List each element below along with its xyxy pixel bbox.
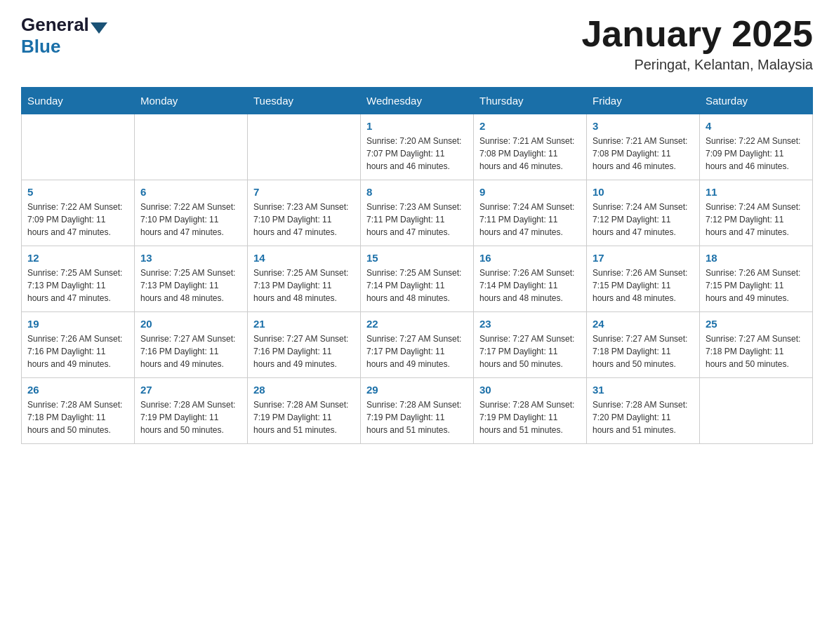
location-title: Peringat, Kelantan, Malaysia xyxy=(581,57,813,73)
calendar-table: Sunday Monday Tuesday Wednesday Thursday… xyxy=(21,87,813,444)
day-number: 25 xyxy=(706,318,807,330)
day-number: 26 xyxy=(27,384,128,396)
day-number: 15 xyxy=(366,252,468,264)
calendar-cell: 25Sunrise: 7:27 AM Sunset: 7:18 PM Dayli… xyxy=(700,312,813,378)
day-number: 7 xyxy=(253,186,355,198)
calendar-cell: 29Sunrise: 7:28 AM Sunset: 7:19 PM Dayli… xyxy=(361,378,474,444)
day-info: Sunrise: 7:25 AM Sunset: 7:13 PM Dayligh… xyxy=(253,267,355,304)
calendar-cell xyxy=(248,114,361,180)
day-number: 12 xyxy=(27,252,128,264)
day-info: Sunrise: 7:25 AM Sunset: 7:13 PM Dayligh… xyxy=(27,267,128,304)
day-info: Sunrise: 7:21 AM Sunset: 7:08 PM Dayligh… xyxy=(593,135,694,173)
calendar-cell: 16Sunrise: 7:26 AM Sunset: 7:14 PM Dayli… xyxy=(474,246,587,312)
calendar-cell: 11Sunrise: 7:24 AM Sunset: 7:12 PM Dayli… xyxy=(700,180,813,246)
calendar-cell: 5Sunrise: 7:22 AM Sunset: 7:09 PM Daylig… xyxy=(22,180,135,246)
day-info: Sunrise: 7:21 AM Sunset: 7:08 PM Dayligh… xyxy=(479,135,581,173)
calendar-cell: 20Sunrise: 7:27 AM Sunset: 7:16 PM Dayli… xyxy=(135,312,248,378)
col-thursday: Thursday xyxy=(474,88,587,114)
calendar-cell: 13Sunrise: 7:25 AM Sunset: 7:13 PM Dayli… xyxy=(135,246,248,312)
calendar-cell: 12Sunrise: 7:25 AM Sunset: 7:13 PM Dayli… xyxy=(22,246,135,312)
calendar-cell: 21Sunrise: 7:27 AM Sunset: 7:16 PM Dayli… xyxy=(248,312,361,378)
day-number: 28 xyxy=(253,384,355,396)
logo: General Blue xyxy=(21,14,109,58)
calendar-cell xyxy=(22,114,135,180)
calendar-cell: 28Sunrise: 7:28 AM Sunset: 7:19 PM Dayli… xyxy=(248,378,361,444)
day-info: Sunrise: 7:24 AM Sunset: 7:12 PM Dayligh… xyxy=(706,201,807,239)
calendar-cell: 3Sunrise: 7:21 AM Sunset: 7:08 PM Daylig… xyxy=(587,114,700,180)
calendar-week-row: 26Sunrise: 7:28 AM Sunset: 7:18 PM Dayli… xyxy=(22,378,813,444)
month-title: January 2025 xyxy=(581,14,813,54)
calendar-cell: 15Sunrise: 7:25 AM Sunset: 7:14 PM Dayli… xyxy=(361,246,474,312)
calendar-cell xyxy=(700,378,813,444)
calendar-week-row: 1Sunrise: 7:20 AM Sunset: 7:07 PM Daylig… xyxy=(22,114,813,180)
day-number: 16 xyxy=(479,252,581,264)
day-number: 29 xyxy=(366,384,468,396)
day-number: 21 xyxy=(253,318,355,330)
col-tuesday: Tuesday xyxy=(248,88,361,114)
day-number: 6 xyxy=(140,186,241,198)
calendar-cell: 18Sunrise: 7:26 AM Sunset: 7:15 PM Dayli… xyxy=(700,246,813,312)
day-number: 24 xyxy=(593,318,694,330)
col-sunday: Sunday xyxy=(22,88,135,114)
day-info: Sunrise: 7:27 AM Sunset: 7:16 PM Dayligh… xyxy=(253,333,355,370)
day-info: Sunrise: 7:22 AM Sunset: 7:09 PM Dayligh… xyxy=(706,135,807,173)
calendar-header-row: Sunday Monday Tuesday Wednesday Thursday… xyxy=(22,88,813,114)
day-info: Sunrise: 7:23 AM Sunset: 7:10 PM Dayligh… xyxy=(253,201,355,239)
day-info: Sunrise: 7:28 AM Sunset: 7:19 PM Dayligh… xyxy=(366,398,468,436)
day-number: 20 xyxy=(140,318,241,330)
day-info: Sunrise: 7:24 AM Sunset: 7:11 PM Dayligh… xyxy=(479,201,581,239)
col-saturday: Saturday xyxy=(700,88,813,114)
day-info: Sunrise: 7:26 AM Sunset: 7:16 PM Dayligh… xyxy=(27,333,128,370)
page-header: General Blue January 2025 Peringat, Kela… xyxy=(21,14,813,73)
logo-blue-text: Blue xyxy=(21,36,60,58)
day-info: Sunrise: 7:23 AM Sunset: 7:11 PM Dayligh… xyxy=(366,201,468,239)
day-number: 30 xyxy=(479,384,581,396)
calendar-cell: 31Sunrise: 7:28 AM Sunset: 7:20 PM Dayli… xyxy=(587,378,700,444)
calendar-cell: 30Sunrise: 7:28 AM Sunset: 7:19 PM Dayli… xyxy=(474,378,587,444)
day-info: Sunrise: 7:22 AM Sunset: 7:09 PM Dayligh… xyxy=(27,201,128,239)
calendar-cell: 26Sunrise: 7:28 AM Sunset: 7:18 PM Dayli… xyxy=(22,378,135,444)
calendar-cell: 9Sunrise: 7:24 AM Sunset: 7:11 PM Daylig… xyxy=(474,180,587,246)
col-monday: Monday xyxy=(135,88,248,114)
day-number: 11 xyxy=(706,186,807,198)
day-info: Sunrise: 7:27 AM Sunset: 7:18 PM Dayligh… xyxy=(593,333,694,370)
title-section: January 2025 Peringat, Kelantan, Malaysi… xyxy=(581,14,813,73)
calendar-cell: 2Sunrise: 7:21 AM Sunset: 7:08 PM Daylig… xyxy=(474,114,587,180)
day-number: 31 xyxy=(593,384,694,396)
calendar-cell: 4Sunrise: 7:22 AM Sunset: 7:09 PM Daylig… xyxy=(700,114,813,180)
calendar-cell: 7Sunrise: 7:23 AM Sunset: 7:10 PM Daylig… xyxy=(248,180,361,246)
day-number: 14 xyxy=(253,252,355,264)
day-info: Sunrise: 7:25 AM Sunset: 7:13 PM Dayligh… xyxy=(140,267,241,304)
day-info: Sunrise: 7:25 AM Sunset: 7:14 PM Dayligh… xyxy=(366,267,468,304)
calendar-cell: 24Sunrise: 7:27 AM Sunset: 7:18 PM Dayli… xyxy=(587,312,700,378)
day-info: Sunrise: 7:26 AM Sunset: 7:14 PM Dayligh… xyxy=(479,267,581,304)
day-number: 17 xyxy=(593,252,694,264)
day-number: 19 xyxy=(27,318,128,330)
day-number: 23 xyxy=(479,318,581,330)
day-number: 5 xyxy=(27,186,128,198)
day-info: Sunrise: 7:28 AM Sunset: 7:19 PM Dayligh… xyxy=(140,398,241,436)
day-info: Sunrise: 7:22 AM Sunset: 7:10 PM Dayligh… xyxy=(140,201,241,239)
day-info: Sunrise: 7:27 AM Sunset: 7:16 PM Dayligh… xyxy=(140,333,241,370)
calendar-week-row: 19Sunrise: 7:26 AM Sunset: 7:16 PM Dayli… xyxy=(22,312,813,378)
logo-arrow-icon xyxy=(91,22,107,34)
calendar-cell: 1Sunrise: 7:20 AM Sunset: 7:07 PM Daylig… xyxy=(361,114,474,180)
day-info: Sunrise: 7:24 AM Sunset: 7:12 PM Dayligh… xyxy=(593,201,694,239)
day-info: Sunrise: 7:28 AM Sunset: 7:18 PM Dayligh… xyxy=(27,398,128,436)
day-number: 8 xyxy=(366,186,468,198)
day-info: Sunrise: 7:28 AM Sunset: 7:20 PM Dayligh… xyxy=(593,398,694,436)
day-info: Sunrise: 7:28 AM Sunset: 7:19 PM Dayligh… xyxy=(253,398,355,436)
calendar-cell xyxy=(135,114,248,180)
logo-general-text: General xyxy=(21,14,89,36)
day-info: Sunrise: 7:26 AM Sunset: 7:15 PM Dayligh… xyxy=(593,267,694,304)
day-info: Sunrise: 7:27 AM Sunset: 7:17 PM Dayligh… xyxy=(479,333,581,370)
day-number: 9 xyxy=(479,186,581,198)
calendar-week-row: 12Sunrise: 7:25 AM Sunset: 7:13 PM Dayli… xyxy=(22,246,813,312)
day-info: Sunrise: 7:27 AM Sunset: 7:17 PM Dayligh… xyxy=(366,333,468,370)
calendar-cell: 10Sunrise: 7:24 AM Sunset: 7:12 PM Dayli… xyxy=(587,180,700,246)
day-number: 4 xyxy=(706,120,807,132)
calendar-cell: 19Sunrise: 7:26 AM Sunset: 7:16 PM Dayli… xyxy=(22,312,135,378)
col-friday: Friday xyxy=(587,88,700,114)
day-number: 18 xyxy=(706,252,807,264)
calendar-cell: 27Sunrise: 7:28 AM Sunset: 7:19 PM Dayli… xyxy=(135,378,248,444)
